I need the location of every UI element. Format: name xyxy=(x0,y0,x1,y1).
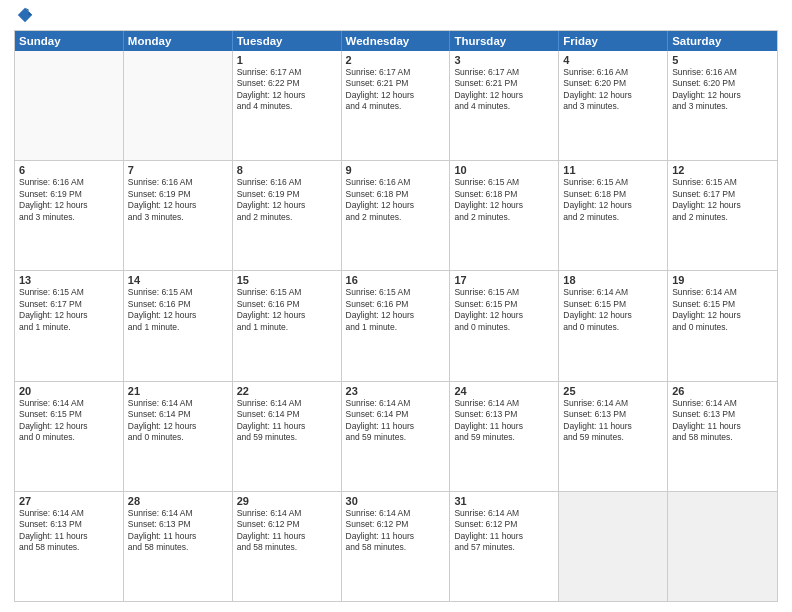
header-cell-tuesday: Tuesday xyxy=(233,31,342,51)
cal-cell xyxy=(124,51,233,160)
day-number: 1 xyxy=(237,54,337,66)
cell-info-text: Sunrise: 6:14 AMSunset: 6:14 PMDaylight:… xyxy=(346,398,446,444)
cal-cell: 6Sunrise: 6:16 AMSunset: 6:19 PMDaylight… xyxy=(15,161,124,270)
day-number: 8 xyxy=(237,164,337,176)
page: SundayMondayTuesdayWednesdayThursdayFrid… xyxy=(0,0,792,612)
cal-cell: 20Sunrise: 6:14 AMSunset: 6:15 PMDayligh… xyxy=(15,382,124,491)
header-cell-monday: Monday xyxy=(124,31,233,51)
day-number: 16 xyxy=(346,274,446,286)
cal-cell: 19Sunrise: 6:14 AMSunset: 6:15 PMDayligh… xyxy=(668,271,777,380)
cell-info-text: Sunrise: 6:15 AMSunset: 6:17 PMDaylight:… xyxy=(672,177,773,223)
cal-cell: 10Sunrise: 6:15 AMSunset: 6:18 PMDayligh… xyxy=(450,161,559,270)
day-number: 12 xyxy=(672,164,773,176)
day-number: 27 xyxy=(19,495,119,507)
day-number: 17 xyxy=(454,274,554,286)
calendar-row-2: 6Sunrise: 6:16 AMSunset: 6:19 PMDaylight… xyxy=(15,161,777,271)
cal-cell: 22Sunrise: 6:14 AMSunset: 6:14 PMDayligh… xyxy=(233,382,342,491)
cell-info-text: Sunrise: 6:16 AMSunset: 6:20 PMDaylight:… xyxy=(563,67,663,113)
calendar-row-5: 27Sunrise: 6:14 AMSunset: 6:13 PMDayligh… xyxy=(15,492,777,601)
day-number: 10 xyxy=(454,164,554,176)
cell-info-text: Sunrise: 6:14 AMSunset: 6:13 PMDaylight:… xyxy=(128,508,228,554)
calendar-row-1: 1Sunrise: 6:17 AMSunset: 6:22 PMDaylight… xyxy=(15,51,777,161)
cal-cell: 25Sunrise: 6:14 AMSunset: 6:13 PMDayligh… xyxy=(559,382,668,491)
cal-cell: 5Sunrise: 6:16 AMSunset: 6:20 PMDaylight… xyxy=(668,51,777,160)
cal-cell: 8Sunrise: 6:16 AMSunset: 6:19 PMDaylight… xyxy=(233,161,342,270)
cell-info-text: Sunrise: 6:14 AMSunset: 6:15 PMDaylight:… xyxy=(563,287,663,333)
cell-info-text: Sunrise: 6:15 AMSunset: 6:18 PMDaylight:… xyxy=(563,177,663,223)
day-number: 24 xyxy=(454,385,554,397)
day-number: 31 xyxy=(454,495,554,507)
day-number: 20 xyxy=(19,385,119,397)
cell-info-text: Sunrise: 6:14 AMSunset: 6:12 PMDaylight:… xyxy=(454,508,554,554)
cal-cell: 30Sunrise: 6:14 AMSunset: 6:12 PMDayligh… xyxy=(342,492,451,601)
day-number: 2 xyxy=(346,54,446,66)
cell-info-text: Sunrise: 6:15 AMSunset: 6:18 PMDaylight:… xyxy=(454,177,554,223)
logo xyxy=(14,10,34,24)
header-cell-friday: Friday xyxy=(559,31,668,51)
cell-info-text: Sunrise: 6:15 AMSunset: 6:16 PMDaylight:… xyxy=(346,287,446,333)
day-number: 19 xyxy=(672,274,773,286)
day-number: 7 xyxy=(128,164,228,176)
cal-cell: 14Sunrise: 6:15 AMSunset: 6:16 PMDayligh… xyxy=(124,271,233,380)
cal-cell xyxy=(559,492,668,601)
cell-info-text: Sunrise: 6:14 AMSunset: 6:15 PMDaylight:… xyxy=(672,287,773,333)
day-number: 26 xyxy=(672,385,773,397)
cal-cell: 31Sunrise: 6:14 AMSunset: 6:12 PMDayligh… xyxy=(450,492,559,601)
day-number: 30 xyxy=(346,495,446,507)
cell-info-text: Sunrise: 6:17 AMSunset: 6:21 PMDaylight:… xyxy=(346,67,446,113)
cal-cell: 17Sunrise: 6:15 AMSunset: 6:15 PMDayligh… xyxy=(450,271,559,380)
day-number: 5 xyxy=(672,54,773,66)
day-number: 14 xyxy=(128,274,228,286)
cell-info-text: Sunrise: 6:14 AMSunset: 6:13 PMDaylight:… xyxy=(672,398,773,444)
day-number: 6 xyxy=(19,164,119,176)
day-number: 21 xyxy=(128,385,228,397)
cell-info-text: Sunrise: 6:14 AMSunset: 6:15 PMDaylight:… xyxy=(19,398,119,444)
day-number: 22 xyxy=(237,385,337,397)
cal-cell: 26Sunrise: 6:14 AMSunset: 6:13 PMDayligh… xyxy=(668,382,777,491)
calendar-row-4: 20Sunrise: 6:14 AMSunset: 6:15 PMDayligh… xyxy=(15,382,777,492)
cal-cell: 3Sunrise: 6:17 AMSunset: 6:21 PMDaylight… xyxy=(450,51,559,160)
day-number: 23 xyxy=(346,385,446,397)
day-number: 13 xyxy=(19,274,119,286)
day-number: 28 xyxy=(128,495,228,507)
cal-cell: 28Sunrise: 6:14 AMSunset: 6:13 PMDayligh… xyxy=(124,492,233,601)
day-number: 29 xyxy=(237,495,337,507)
cell-info-text: Sunrise: 6:17 AMSunset: 6:22 PMDaylight:… xyxy=(237,67,337,113)
cell-info-text: Sunrise: 6:14 AMSunset: 6:12 PMDaylight:… xyxy=(237,508,337,554)
logo-icon xyxy=(16,6,34,24)
cal-cell: 12Sunrise: 6:15 AMSunset: 6:17 PMDayligh… xyxy=(668,161,777,270)
cell-info-text: Sunrise: 6:16 AMSunset: 6:19 PMDaylight:… xyxy=(237,177,337,223)
cell-info-text: Sunrise: 6:16 AMSunset: 6:19 PMDaylight:… xyxy=(128,177,228,223)
cal-cell: 23Sunrise: 6:14 AMSunset: 6:14 PMDayligh… xyxy=(342,382,451,491)
cal-cell: 21Sunrise: 6:14 AMSunset: 6:14 PMDayligh… xyxy=(124,382,233,491)
cell-info-text: Sunrise: 6:14 AMSunset: 6:13 PMDaylight:… xyxy=(454,398,554,444)
cal-cell xyxy=(668,492,777,601)
cell-info-text: Sunrise: 6:15 AMSunset: 6:15 PMDaylight:… xyxy=(454,287,554,333)
cell-info-text: Sunrise: 6:15 AMSunset: 6:16 PMDaylight:… xyxy=(237,287,337,333)
calendar: SundayMondayTuesdayWednesdayThursdayFrid… xyxy=(14,30,778,602)
day-number: 25 xyxy=(563,385,663,397)
cell-info-text: Sunrise: 6:14 AMSunset: 6:14 PMDaylight:… xyxy=(128,398,228,444)
cal-cell: 4Sunrise: 6:16 AMSunset: 6:20 PMDaylight… xyxy=(559,51,668,160)
header-cell-saturday: Saturday xyxy=(668,31,777,51)
cell-info-text: Sunrise: 6:14 AMSunset: 6:14 PMDaylight:… xyxy=(237,398,337,444)
cell-info-text: Sunrise: 6:17 AMSunset: 6:21 PMDaylight:… xyxy=(454,67,554,113)
header-cell-sunday: Sunday xyxy=(15,31,124,51)
cal-cell: 18Sunrise: 6:14 AMSunset: 6:15 PMDayligh… xyxy=(559,271,668,380)
day-number: 3 xyxy=(454,54,554,66)
cal-cell: 1Sunrise: 6:17 AMSunset: 6:22 PMDaylight… xyxy=(233,51,342,160)
cell-info-text: Sunrise: 6:15 AMSunset: 6:17 PMDaylight:… xyxy=(19,287,119,333)
cal-cell: 27Sunrise: 6:14 AMSunset: 6:13 PMDayligh… xyxy=(15,492,124,601)
header-cell-wednesday: Wednesday xyxy=(342,31,451,51)
cal-cell: 13Sunrise: 6:15 AMSunset: 6:17 PMDayligh… xyxy=(15,271,124,380)
cal-cell: 15Sunrise: 6:15 AMSunset: 6:16 PMDayligh… xyxy=(233,271,342,380)
day-number: 15 xyxy=(237,274,337,286)
cal-cell: 9Sunrise: 6:16 AMSunset: 6:18 PMDaylight… xyxy=(342,161,451,270)
calendar-header: SundayMondayTuesdayWednesdayThursdayFrid… xyxy=(15,31,777,51)
day-number: 9 xyxy=(346,164,446,176)
header-cell-thursday: Thursday xyxy=(450,31,559,51)
header xyxy=(14,10,778,24)
cal-cell: 29Sunrise: 6:14 AMSunset: 6:12 PMDayligh… xyxy=(233,492,342,601)
cell-info-text: Sunrise: 6:16 AMSunset: 6:20 PMDaylight:… xyxy=(672,67,773,113)
cal-cell: 16Sunrise: 6:15 AMSunset: 6:16 PMDayligh… xyxy=(342,271,451,380)
